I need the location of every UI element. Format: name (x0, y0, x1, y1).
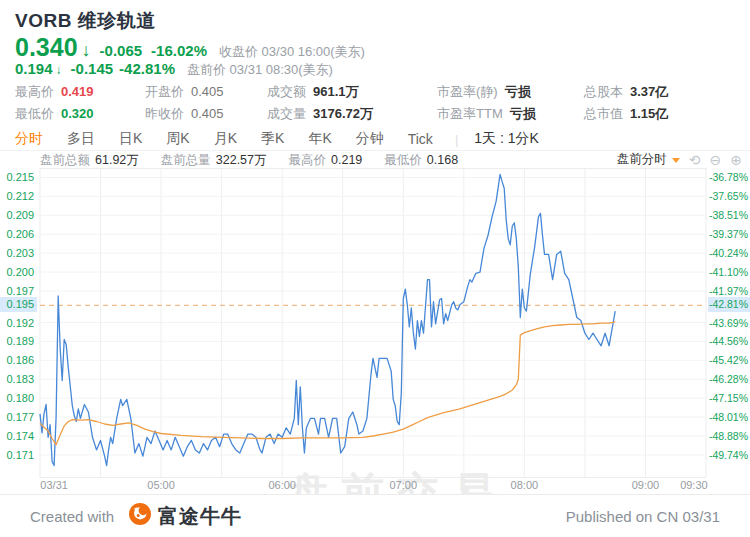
price-axis-label: 0.189 (0, 334, 37, 348)
tab-weekly-k[interactable]: 周K (166, 130, 189, 148)
close-price-label: 收盘价 03/30 16:00(美东) (219, 43, 365, 61)
price-axis-label: 0.203 (0, 246, 37, 260)
tab-intraday[interactable]: 分时 (15, 130, 43, 148)
close-price-row: 0.340 ↓ -0.065 -16.02% 收盘价 03/30 16:00(美… (15, 33, 365, 60)
brand-name: 富途牛牛 (158, 503, 242, 530)
stat-pe-ttm: 市盈率TTM亏损 (437, 105, 584, 123)
percent-axis-label: -48.88% (708, 429, 750, 443)
price-axis-label: 0.197 (0, 284, 37, 298)
futu-logo-icon (128, 502, 152, 530)
zoom-out-icon[interactable]: ⊖ (710, 153, 722, 167)
price-axis-label: 0.192 (0, 316, 37, 330)
stat-low: 最低价0.320 (15, 105, 145, 123)
tab-yearly-k[interactable]: 年K (308, 130, 331, 148)
stat-volume: 成交量3176.72万 (267, 105, 437, 123)
premarket-low: 最低价0.168 (384, 152, 458, 169)
price-axis: 0.2150.2120.2090.2060.2030.2000.1970.192… (0, 168, 37, 478)
premarket-price: 0.194 (15, 60, 53, 77)
price-line (40, 174, 615, 465)
premarket-change-pct: -42.81% (119, 60, 175, 77)
price-axis-label: 0.206 (0, 227, 37, 241)
app-root: VORB 维珍轨道 0.340 ↓ -0.065 -16.02% 收盘价 03/… (0, 0, 750, 537)
reset-zoom-icon[interactable]: ⟲ (689, 153, 701, 167)
percent-axis-label: -39.37% (708, 227, 750, 241)
percent-axis-label: -41.10% (708, 265, 750, 279)
price-axis-label: 0.171 (0, 448, 37, 462)
stat-prev-close: 昨收价0.405 (145, 105, 267, 123)
tab-minute[interactable]: 分钟 (356, 130, 384, 148)
percent-axis-label: -45.42% (708, 353, 750, 367)
percent-axis-label: -41.97% (708, 284, 750, 298)
percent-axis-label: -47.15% (708, 391, 750, 405)
period-selector[interactable]: 1天 : 1分K (474, 130, 539, 148)
percent-axis-label: -40.24% (708, 246, 750, 260)
time-axis-label: 07:00 (390, 479, 418, 491)
published-label: Published on CN 03/31 (566, 508, 720, 525)
price-axis-label: 0.177 (0, 410, 37, 424)
percent-axis: -36.78%-37.65%-38.51%-39.37%-40.24%-41.1… (708, 168, 750, 478)
stat-open: 开盘价0.405 (145, 83, 267, 101)
price-axis-label: 0.186 (0, 353, 37, 367)
time-axis-label: 06:00 (268, 479, 296, 491)
price-axis-label: 0.212 (0, 189, 37, 203)
price-axis-label: 0.200 (0, 265, 37, 279)
percent-axis-label: -44.56% (708, 334, 750, 348)
stat-shares: 总股本3.37亿 (584, 83, 724, 101)
premarket-change: -0.145 (71, 60, 114, 77)
price-axis-label: 0.174 (0, 429, 37, 443)
tab-separator: | (455, 132, 458, 147)
price-axis-label: 0.215 (0, 170, 37, 184)
time-axis-label: 09:30 (680, 479, 708, 491)
quote-stats: 最高价0.419 开盘价0.405 成交额961.1万 市盈率(静)亏损 总股本… (15, 83, 735, 127)
tab-tick[interactable]: Tick (408, 131, 433, 147)
down-arrow-icon: ↓ (56, 63, 62, 77)
price-axis-label: 0.209 (0, 208, 37, 222)
price-axis-label: 0.183 (0, 372, 37, 386)
stat-high: 最高价0.419 (15, 83, 145, 101)
tab-monthly-k[interactable]: 月K (214, 130, 237, 148)
premarket-turnover: 盘前总额61.92万 (40, 152, 139, 169)
time-axis-label: 05:00 (147, 479, 175, 491)
created-with-label: Created with (30, 508, 114, 525)
stat-pe-static: 市盈率(静)亏损 (437, 83, 584, 101)
premarket-high: 最高价0.219 (289, 152, 363, 169)
price-chart[interactable] (0, 168, 750, 478)
percent-axis-label: -46.28% (708, 372, 750, 386)
close-change-pct: -16.02% (151, 42, 207, 59)
price-axis-label: 0.180 (0, 391, 37, 405)
premarket-price-label: 盘前价 03/31 08:30(美东) (187, 61, 333, 79)
time-axis: 03/3105:0006:0007:0008:0009:0009:30 (0, 479, 750, 493)
tab-quarterly-k[interactable]: 季K (261, 130, 284, 148)
zoom-in-icon[interactable]: ⊕ (730, 153, 742, 167)
current-percent-tag: -42.81% (708, 297, 750, 312)
time-axis-label: 09:00 (632, 479, 660, 491)
stat-market-cap: 总市值1.15亿 (584, 105, 724, 123)
time-axis-label: 03/31 (40, 479, 68, 491)
current-price-tag: 0.195 (0, 297, 37, 312)
chevron-down-icon (672, 158, 680, 163)
premarket-volume: 盘前总量322.57万 (161, 152, 267, 169)
chart-tabbar: 分时 多日 日K 周K 月K 季K 年K 分钟 Tick | 1天 : 1分K (0, 128, 750, 151)
page-title: VORB 维珍轨道 (15, 8, 156, 34)
chart-region: 盘前交易 0.2150.2120.2090.2060.2030.2000.197… (0, 168, 750, 478)
percent-axis-label: -37.65% (708, 189, 750, 203)
percent-axis-label: -49.74% (708, 448, 750, 462)
percent-axis-label: -36.78% (708, 170, 750, 184)
percent-axis-label: -48.01% (708, 410, 750, 424)
chart-toolbar: 盘前总额61.92万 盘前总量322.57万 最高价0.219 最低价0.168… (0, 151, 750, 168)
tab-multiday[interactable]: 多日 (67, 130, 95, 148)
tab-daily-k[interactable]: 日K (119, 130, 142, 148)
close-price: 0.340 (15, 33, 78, 62)
stat-turnover: 成交额961.1万 (267, 83, 437, 101)
premarket-price-row: 0.194 ↓ -0.145 -42.81% 盘前价 03/31 08:30(美… (15, 60, 333, 77)
close-change: -0.065 (100, 42, 143, 59)
export-footer: Created with 富途牛牛 Published on CN 03/31 (0, 494, 750, 537)
percent-axis-label: -43.69% (708, 316, 750, 330)
percent-axis-label: -38.51% (708, 208, 750, 222)
session-mode-selector[interactable]: 盘前分时 (617, 151, 667, 168)
down-arrow-icon: ↓ (82, 40, 91, 61)
time-axis-label: 08:00 (511, 479, 539, 491)
avg-line (40, 322, 615, 445)
